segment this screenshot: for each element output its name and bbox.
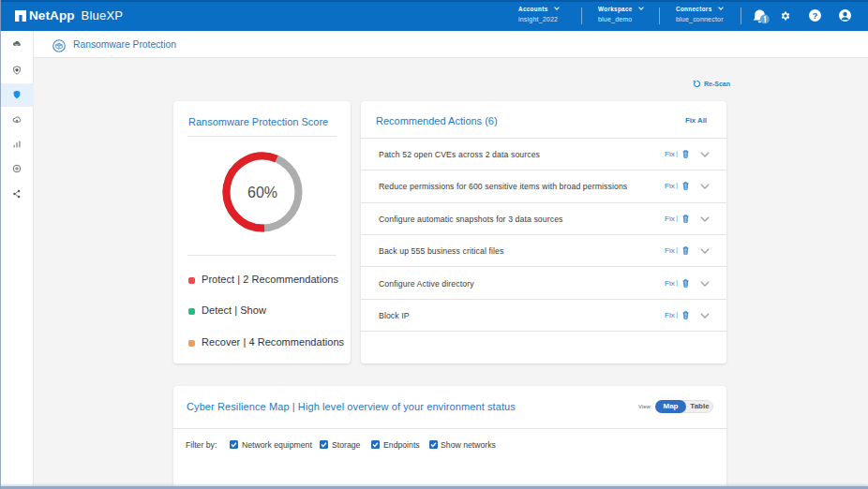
svg-text:?: ? (813, 11, 818, 21)
